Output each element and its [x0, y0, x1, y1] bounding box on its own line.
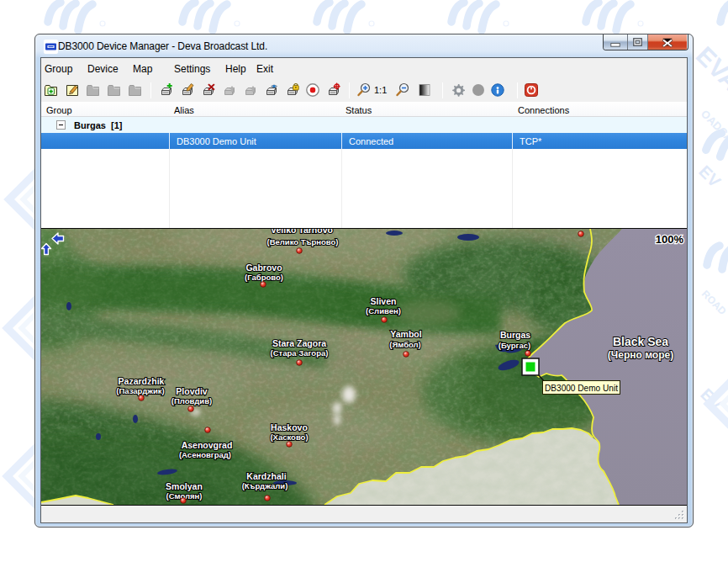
- svg-text:ROAD: ROAD: [699, 288, 728, 317]
- svg-text:Yambol: Yambol: [390, 329, 421, 339]
- svg-text:Plovdiv: Plovdiv: [176, 386, 208, 396]
- svg-text:(Сливен): (Сливен): [366, 306, 401, 315]
- svg-text:(Пловдив): (Пловдив): [171, 396, 212, 406]
- svg-text:(Стара Загора): (Стара Загора): [271, 348, 329, 358]
- svg-text:Smolyan: Smolyan: [166, 481, 203, 491]
- svg-text:Black Sea: Black Sea: [613, 335, 668, 348]
- svg-text:Pazardzhik: Pazardzhik: [119, 376, 165, 386]
- svg-text:Stara Zagora: Stara Zagora: [272, 338, 326, 348]
- svg-text:(Кърджали): (Кърджали): [242, 481, 288, 490]
- svg-text:Burgas: Burgas: [500, 330, 530, 340]
- svg-text:Haskovo: Haskovo: [271, 422, 308, 432]
- svg-text:(Асеновград): (Асеновград): [179, 450, 231, 459]
- svg-text:Sliven: Sliven: [371, 296, 397, 306]
- svg-text:OADCA: OADCA: [699, 108, 728, 146]
- svg-text:(Хасково): (Хасково): [270, 432, 308, 442]
- svg-text:Gabrovo: Gabrovo: [245, 262, 282, 273]
- svg-text:(Пазарджик): (Пазарджик): [116, 386, 164, 395]
- svg-text:DB3000 Demo Unit: DB3000 Demo Unit: [545, 383, 618, 393]
- svg-text:(Черно море): (Черно море): [608, 349, 673, 361]
- svg-text:Veliko Tarnovo: Veliko Tarnovo: [271, 229, 333, 235]
- svg-text:EV: EV: [695, 162, 725, 191]
- svg-text:(Ямбол): (Ямбол): [389, 340, 421, 349]
- svg-text:(Велико Търново): (Велико Търново): [266, 237, 338, 247]
- svg-text:Kardzhali: Kardzhali: [246, 471, 286, 481]
- svg-text:(Габрово): (Габрово): [245, 273, 283, 282]
- svg-text:Asenovgrad: Asenovgrad: [182, 440, 233, 450]
- svg-text:EVA: EVA: [691, 41, 728, 96]
- svg-text:EV: EV: [697, 384, 726, 414]
- svg-text:100%: 100%: [656, 233, 684, 246]
- svg-text:(Бургас): (Бургас): [499, 341, 531, 350]
